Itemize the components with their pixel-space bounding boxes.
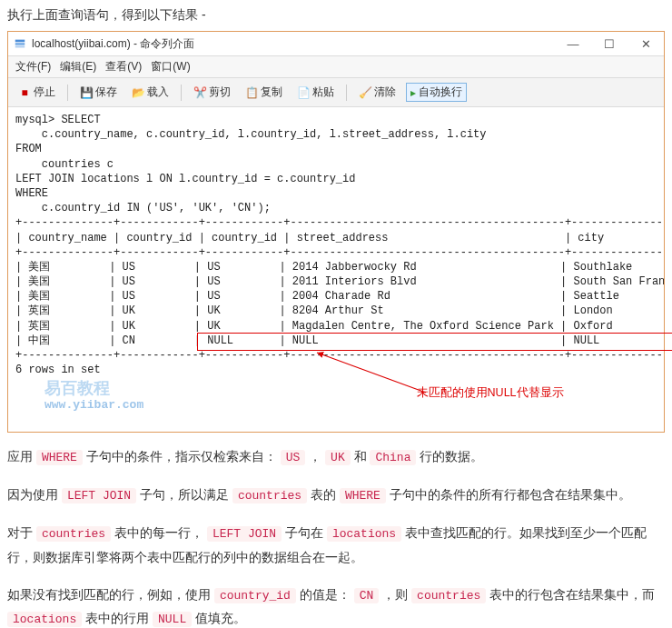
code-countries: countries <box>411 588 486 603</box>
toolbar-sep <box>181 85 182 101</box>
text: 子句在 <box>282 525 327 540</box>
paragraph-3: 对于 countries 表中的每一行， LEFT JOIN 子句在 locat… <box>7 522 665 569</box>
clear-button[interactable]: 🧹 清除 <box>354 82 400 103</box>
copy-label: 复制 <box>261 85 282 100</box>
cut-button[interactable]: ✂️ 剪切 <box>189 82 235 103</box>
text: 表中的每一行， <box>111 525 207 540</box>
code-countryid: country_id <box>214 588 296 603</box>
code-countries: countries <box>36 526 111 542</box>
toolbar-sep <box>67 85 68 101</box>
window-min-button[interactable]: — <box>555 37 591 51</box>
text: ，则 <box>379 587 411 602</box>
code-locations: locations <box>7 612 82 627</box>
paragraph-4: 如果没有找到匹配的行，例如，使用 country_id 的值是： CN ，则 c… <box>7 583 665 628</box>
code-uk: UK <box>325 450 351 465</box>
code-countries: countries <box>232 488 307 503</box>
callout-text: 未匹配的使用NULL代替显示 <box>417 385 564 401</box>
window-max-button[interactable]: ☐ <box>591 37 628 51</box>
paste-button[interactable]: 📄 粘贴 <box>292 82 339 103</box>
autowrap-button[interactable]: ▸ 自动换行 <box>406 83 467 102</box>
text: 表中的行用 <box>82 611 153 625</box>
code-locations: locations <box>327 526 401 542</box>
menu-file[interactable]: 文件(F) <box>15 59 51 75</box>
code-cn: CN <box>354 588 380 603</box>
text: 表中的行包含在结果集中，而 <box>486 587 655 602</box>
code-where: WHERE <box>340 488 386 503</box>
text: 因为使用 <box>7 487 62 502</box>
window-title: localhost(yiibai.com) - 命令列介面 <box>32 36 555 52</box>
save-label: 保存 <box>95 85 117 100</box>
menu-edit[interactable]: 编辑(E) <box>60 59 96 75</box>
text: 和 <box>351 449 371 464</box>
save-button[interactable]: 💾 保存 <box>75 82 122 103</box>
play-icon: ▸ <box>410 86 416 99</box>
intro-text: 执行上面查询语句，得到以下结果 - <box>7 7 665 24</box>
stop-button[interactable]: ■ 停止 <box>14 82 60 103</box>
menu-view[interactable]: 查看(V) <box>105 59 142 75</box>
paste-label: 粘贴 <box>312 85 334 100</box>
svg-rect-0 <box>15 40 25 43</box>
save-icon: 💾 <box>80 86 93 99</box>
text: 如果没有找到匹配的行，例如，使用 <box>7 587 214 602</box>
window-close-button[interactable]: ✕ <box>628 37 664 51</box>
clear-icon: 🧹 <box>359 86 371 99</box>
code-where: WHERE <box>36 450 83 465</box>
cut-label: 剪切 <box>209 85 231 100</box>
app-icon <box>14 37 26 50</box>
console-output: mysql> SELECT c.country_name, c.country_… <box>8 107 664 432</box>
text: 子句中的条件，指示仅检索来自： <box>83 449 281 464</box>
paragraph-1: 应用 WHERE 子句中的条件，指示仅检索来自： US ， UK 和 China… <box>7 445 665 469</box>
copy-icon: 📋 <box>245 86 258 99</box>
autowrap-label: 自动换行 <box>419 85 462 100</box>
load-label: 载入 <box>147 85 169 100</box>
stop-icon: ■ <box>18 86 31 99</box>
text: 的值是： <box>296 587 354 602</box>
text: 应用 <box>7 449 36 464</box>
text: 行的数据。 <box>416 449 483 464</box>
menu-window[interactable]: 窗口(W) <box>151 59 190 75</box>
text: ， <box>305 449 325 464</box>
code-china: China <box>370 450 416 465</box>
text: 表的 <box>307 487 340 502</box>
code-leftjoin: LEFT JOIN <box>62 488 136 503</box>
toolbar-sep <box>346 85 347 101</box>
svg-rect-1 <box>15 43 25 45</box>
text: 值填充。 <box>192 611 246 625</box>
text: 子句中的条件的所有行都包含在结果集中。 <box>386 487 631 502</box>
stop-label: 停止 <box>34 85 55 100</box>
terminal-window: localhost(yiibai.com) - 命令列介面 — ☐ ✕ 文件(F… <box>7 31 665 433</box>
paste-icon: 📄 <box>297 86 310 99</box>
clear-label: 清除 <box>374 85 396 100</box>
toolbar: ■ 停止 💾 保存 📂 载入 ✂️ 剪切 📋 复制 📄 粘贴 🧹 清除 <box>8 78 664 107</box>
load-button[interactable]: 📂 载入 <box>127 82 173 103</box>
menubar: 文件(F) 编辑(E) 查看(V) 窗口(W) <box>8 56 664 78</box>
scissors-icon: ✂️ <box>193 86 206 99</box>
paragraph-2: 因为使用 LEFT JOIN 子句，所以满足 countries 表的 WHER… <box>7 483 665 507</box>
svg-rect-2 <box>15 46 25 48</box>
titlebar: localhost(yiibai.com) - 命令列介面 — ☐ ✕ <box>8 32 664 56</box>
folder-icon: 📂 <box>132 86 144 99</box>
code-us: US <box>281 450 306 465</box>
text: 对于 <box>7 525 36 540</box>
code-leftjoin: LEFT JOIN <box>207 526 282 542</box>
copy-button[interactable]: 📋 复制 <box>241 82 287 103</box>
code-null: NULL <box>153 612 192 627</box>
text: 子句，所以满足 <box>136 487 232 502</box>
